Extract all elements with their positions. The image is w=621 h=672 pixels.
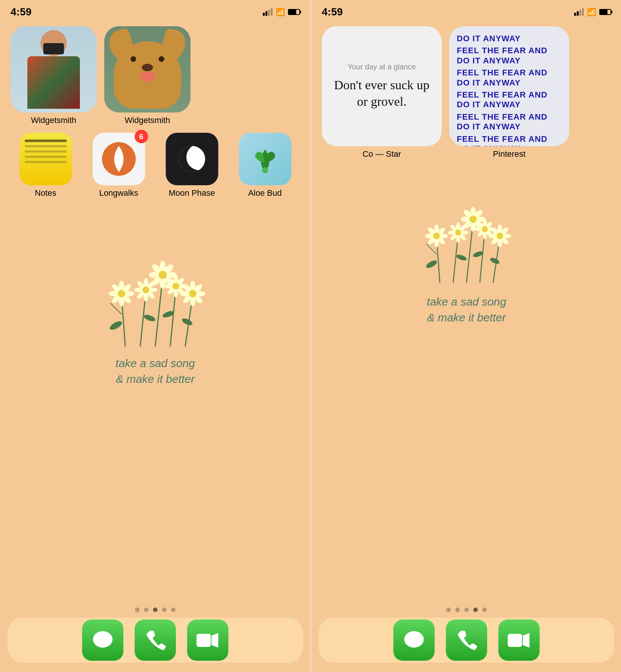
pinterest-line-3: FEEL THE FEAR AND DO IT ANYWAY (457, 90, 562, 110)
pinterest-line-4: FEEL THE FEAR AND DO IT ANYWAY (457, 112, 562, 132)
pinterest-line-5: FEEL THE FEAR AND DO IT ANYWAY (457, 134, 562, 146)
small-app-row: Notes 6 Longwalk (10, 133, 300, 198)
widgetsmith-dog-icon[interactable]: Widgetsmith (104, 26, 190, 125)
svg-point-42 (159, 271, 167, 279)
status-icons-right: 📶 (574, 8, 611, 16)
status-bar-left: 4:59 📶 (0, 0, 310, 19)
pinterest-line-1: FEEL THE FEAR AND DO IT ANYWAY (457, 46, 562, 66)
dock-facetime-left[interactable] (187, 620, 228, 661)
dot-right-1 (446, 608, 451, 612)
battery-icon-left (288, 9, 300, 15)
svg-point-10 (143, 314, 156, 322)
right-phone-screen: 4:59 📶 Your day at a glance Don't ever s… (311, 0, 621, 672)
time-right: 4:59 (322, 6, 343, 18)
svg-point-9 (108, 320, 123, 332)
pinterest-line-0: DO IT ANYWAY (457, 34, 562, 44)
battery-icon-right (599, 9, 611, 15)
costar-quote: Don't ever suck up or grovel. (331, 77, 432, 110)
svg-rect-66 (196, 634, 211, 647)
longwalks-label: Longwalks (99, 188, 138, 198)
dot-right-2 (455, 608, 460, 612)
dock-messages-left[interactable] (82, 620, 123, 661)
pinterest-widget[interactable]: DO IT ANYWAY FEEL THE FEAR AND DO IT ANY… (449, 26, 569, 146)
wallpaper-text-right: take a sad song & make it better (427, 294, 506, 326)
svg-marker-126 (523, 633, 530, 648)
svg-point-122 (496, 232, 503, 239)
app-grid-left: Widgetsmith Wid (0, 19, 310, 213)
dock-phone-right[interactable] (446, 620, 487, 661)
widgetsmith-person-icon[interactable]: Widgetsmith (10, 26, 97, 125)
dot-left-5 (171, 608, 176, 612)
svg-point-32 (142, 286, 149, 293)
svg-point-52 (172, 283, 179, 290)
svg-point-104 (470, 216, 477, 223)
costar-subtitle: Your day at a glance (348, 63, 416, 71)
dot-left-2 (144, 608, 148, 612)
status-bar-right: 4:59 📶 (311, 0, 621, 19)
dot-right-3 (464, 608, 469, 612)
longwalks-app-icon[interactable]: 6 Longwalks (87, 133, 150, 198)
dot-right-4 (473, 608, 478, 612)
pinterest-label: Pinterest (493, 149, 526, 159)
longwalks-svg (102, 142, 136, 176)
svg-marker-67 (212, 633, 218, 648)
widget-row: Widgetsmith Wid (10, 26, 300, 125)
dot-left-3 (153, 608, 158, 612)
svg-point-74 (425, 259, 438, 269)
dock-phone-left[interactable] (135, 620, 176, 661)
dot-left-4 (162, 608, 166, 612)
svg-point-2 (262, 167, 268, 173)
left-phone-screen: 4:59 📶 (0, 0, 310, 672)
wallpaper-area-right: take a sad song & make it better (311, 159, 621, 326)
widgetsmith-dog-label: Widgetsmith (124, 116, 170, 125)
flower-illustration-right (406, 185, 526, 286)
aloe-bud-label: Aloe Bud (248, 188, 282, 198)
wifi-icon-left: 📶 (276, 8, 285, 16)
widgetsmith-person-label: Widgetsmith (31, 116, 76, 125)
dot-left-1 (135, 608, 140, 612)
svg-point-77 (489, 256, 500, 265)
svg-point-95 (455, 230, 461, 236)
pinterest-line-2: FEEL THE FEAR AND DO IT ANYWAY (457, 68, 562, 88)
dock-right (319, 618, 614, 663)
pinterest-widget-wrap[interactable]: DO IT ANYWAY FEEL THE FEAR AND DO IT ANY… (449, 26, 569, 159)
svg-point-113 (482, 226, 488, 232)
aloe-bud-app-icon[interactable]: Aloe Bud (234, 133, 296, 198)
moon-phase-label: Moon Phase (169, 188, 215, 198)
costar-label: Co — Star (363, 149, 401, 159)
costar-widget[interactable]: Your day at a glance Don't ever suck up … (322, 26, 442, 146)
moon-phase-app-icon[interactable]: Moon Phase (160, 133, 223, 198)
wallpaper-area-left: take a sad song & make it better (0, 213, 310, 387)
widget-area-right: Your day at a glance Don't ever suck up … (311, 19, 621, 159)
svg-point-12 (181, 317, 193, 326)
signal-icon-right (574, 8, 584, 16)
dock-left (8, 618, 303, 663)
svg-point-86 (433, 232, 440, 239)
page-dots-right (311, 608, 621, 612)
signal-icon-left (263, 8, 273, 16)
dock-facetime-right[interactable] (498, 620, 540, 661)
page-dots-left (0, 608, 310, 612)
svg-point-22 (118, 290, 125, 297)
notes-label: Notes (35, 188, 56, 198)
flower-illustration-left (88, 239, 223, 348)
dock-messages-right[interactable] (393, 620, 435, 661)
costar-widget-wrap[interactable]: Your day at a glance Don't ever suck up … (322, 26, 442, 159)
svg-rect-125 (508, 634, 522, 647)
notes-app-icon[interactable]: Notes (14, 133, 77, 198)
wallpaper-text-left: take a sad song & make it better (116, 356, 195, 387)
time-left: 4:59 (10, 6, 32, 18)
wifi-icon-right: 📶 (587, 8, 596, 16)
aloe-bud-svg (248, 142, 282, 176)
svg-point-75 (456, 254, 467, 261)
svg-point-62 (189, 290, 196, 297)
dot-right-5 (482, 608, 487, 612)
status-icons-left: 📶 (263, 8, 300, 16)
longwalks-badge: 6 (135, 130, 148, 143)
